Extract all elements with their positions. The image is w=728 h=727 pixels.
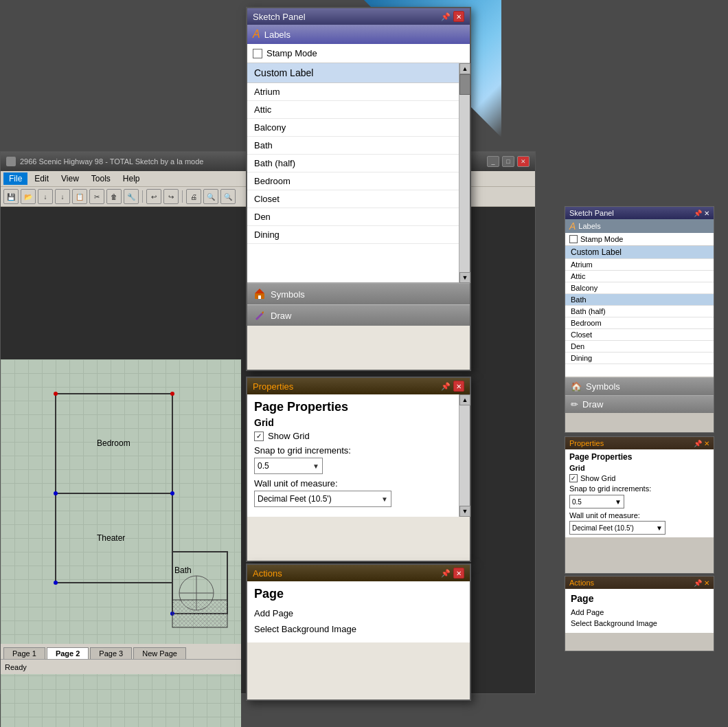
small-attic[interactable]: Attic (565, 271, 714, 282)
small-props-heading: Page Properties (569, 452, 709, 462)
toolbar-tools[interactable]: 🔧 (124, 189, 139, 204)
small-bath[interactable]: Bath (565, 294, 714, 306)
bg-menu-tools[interactable]: Tools (86, 172, 116, 185)
toolbar-down1[interactable]: ↓ (38, 189, 53, 204)
show-grid-label: Show Grid (268, 431, 310, 441)
sketch-pin-icon[interactable]: 📌 (441, 12, 451, 21)
toolbar-cut[interactable]: ✂ (89, 189, 104, 204)
label-bath-half[interactable]: Bath (half) (247, 155, 470, 172)
snap-field-row: Snap to grid increments: 0.5 ▼ (254, 445, 456, 474)
props-scroll-down[interactable]: ▼ (459, 506, 470, 517)
small-stamp-checkbox[interactable] (569, 235, 578, 243)
show-grid-checkbox[interactable] (254, 432, 264, 441)
toolbar-zoom-out[interactable]: 🔍 (220, 189, 236, 204)
toolbar-save[interactable]: 💾 (3, 189, 19, 204)
actions-titlebar: Actions 📌 ✕ (247, 565, 470, 581)
toolbar-open[interactable]: 📂 (21, 189, 36, 204)
small-bedroom[interactable]: Bedroom (565, 317, 714, 329)
props-pin-icon[interactable]: 📌 (441, 382, 451, 391)
wall-unit-value: Decimal Feet (10.5') (258, 494, 332, 504)
props-scroll-up[interactable]: ▲ (459, 394, 470, 405)
small-symbols-row[interactable]: 🏠 Symbols (565, 377, 714, 395)
small-custom-label[interactable]: Custom Label (565, 246, 714, 259)
tab-new-page[interactable]: New Page (133, 647, 186, 659)
label-den[interactable]: Den (247, 208, 470, 226)
label-custom[interactable]: Custom Label (247, 63, 470, 83)
bg-menu-view[interactable]: View (56, 172, 84, 185)
snap-select[interactable]: 0.5 ▼ (254, 458, 323, 474)
small-show-grid-row: ✓ Show Grid (569, 474, 709, 482)
sketch-close-button[interactable]: ✕ (453, 11, 464, 22)
symbols-section-row[interactable]: Symbols (247, 283, 470, 304)
props-scrollbar[interactable]: ▲ ▼ (459, 394, 470, 517)
label-attic[interactable]: Attic (247, 101, 470, 119)
small-props-close[interactable]: ✕ (704, 440, 709, 447)
small-sketch-pin[interactable]: 📌 (694, 210, 702, 217)
small-add-page[interactable]: Add Page (571, 607, 708, 618)
toolbar-down2[interactable]: ↓ (55, 189, 70, 204)
label-atrium[interactable]: Atrium (247, 83, 470, 101)
small-show-grid-label: Show Grid (580, 474, 615, 482)
sketch-panel-titlebar: Sketch Panel 📌 ✕ (247, 8, 470, 25)
labels-scrollbar[interactable]: ▲ ▼ (459, 63, 470, 283)
small-show-grid-checkbox[interactable]: ✓ (569, 474, 578, 482)
small-dining[interactable]: Dining (565, 353, 714, 364)
bg-minimize-button[interactable]: _ (487, 156, 499, 167)
main-props-panel: Properties 📌 ✕ Page Properties Grid Show… (246, 377, 471, 562)
toolbar-undo[interactable]: ↩ (146, 189, 161, 204)
tab-page1[interactable]: Page 1 (3, 647, 45, 659)
scroll-down-button[interactable]: ▼ (459, 272, 470, 283)
actions-close-button[interactable]: ✕ (453, 568, 464, 579)
small-draw-row[interactable]: ✏ Draw (565, 395, 714, 413)
label-bedroom[interactable]: Bedroom (247, 172, 470, 190)
small-atrium[interactable]: Atrium (565, 259, 714, 271)
toolbar-copy[interactable]: 📋 (72, 189, 87, 204)
labels-list[interactable]: Custom Label Atrium Attic Balcony Bath B… (247, 63, 470, 283)
bg-maximize-button[interactable]: □ (502, 156, 514, 167)
small-wall-unit-select[interactable]: Decimal Feet (10.5') ▼ (569, 521, 666, 535)
small-actions-close[interactable]: ✕ (704, 579, 709, 587)
toolbar-delete[interactable]: 🗑 (106, 189, 122, 204)
small-closet[interactable]: Closet (565, 329, 714, 341)
small-den[interactable]: Den (565, 341, 714, 353)
scroll-up-button[interactable]: ▲ (459, 63, 470, 74)
wall-unit-select[interactable]: Decimal Feet (10.5') ▼ (254, 491, 391, 507)
label-closet[interactable]: Closet (247, 190, 470, 208)
actions-pin-icon[interactable]: 📌 (441, 569, 451, 578)
props-close-button[interactable]: ✕ (453, 381, 464, 392)
stamp-mode-checkbox[interactable] (253, 49, 262, 58)
add-page-action[interactable]: Add Page (254, 605, 463, 621)
small-balcony[interactable]: Balcony (565, 282, 714, 294)
small-actions-pin[interactable]: 📌 (694, 579, 702, 587)
draw-section-row[interactable]: Draw (247, 304, 470, 326)
bg-menu-file[interactable]: File (3, 172, 27, 185)
symbols-text: Symbols (271, 289, 305, 300)
small-props-body: Page Properties Grid ✓ Show Grid Snap to… (565, 449, 714, 537)
props-body: Page Properties Grid Show Grid Snap to g… (247, 394, 470, 517)
scroll-thumb[interactable] (459, 74, 470, 95)
small-wall-unit-arrow: ▼ (656, 524, 663, 532)
small-wall-unit-value: Decimal Feet (10.5') (572, 524, 634, 532)
small-bath-half[interactable]: Bath (half) (565, 306, 714, 317)
label-dining[interactable]: Dining (247, 226, 470, 244)
small-wall-unit-label: Wall unit of measure: (569, 511, 709, 519)
small-props-pin[interactable]: 📌 (694, 440, 702, 447)
bg-close-button[interactable]: ✕ (517, 156, 530, 167)
small-select-bg[interactable]: Select Background Image (571, 618, 708, 629)
bg-menu-edit[interactable]: Edit (29, 172, 54, 185)
small-props-title-bar: Properties 📌 ✕ (565, 437, 714, 449)
small-sketch-close[interactable]: ✕ (704, 210, 709, 217)
bg-menu-help[interactable]: Help (117, 172, 146, 185)
label-balcony[interactable]: Balcony (247, 119, 470, 137)
small-actions-body: Page Add Page Select Background Image (565, 589, 714, 633)
toolbar-redo[interactable]: ↪ (163, 189, 179, 204)
small-snap-select[interactable]: 0.5 ▼ (569, 495, 624, 508)
props-titlebar: Properties 📌 ✕ (247, 378, 470, 394)
toolbar-print[interactable]: 🖨 (186, 189, 201, 204)
label-bath[interactable]: Bath (247, 137, 470, 155)
tab-page3[interactable]: Page 3 (90, 647, 132, 659)
small-sketch-labels-section: A Labels (565, 219, 714, 233)
toolbar-zoom-in[interactable]: 🔍 (203, 189, 218, 204)
select-background-action[interactable]: Select Background Image (254, 621, 463, 637)
tab-page2[interactable]: Page 2 (47, 647, 89, 659)
